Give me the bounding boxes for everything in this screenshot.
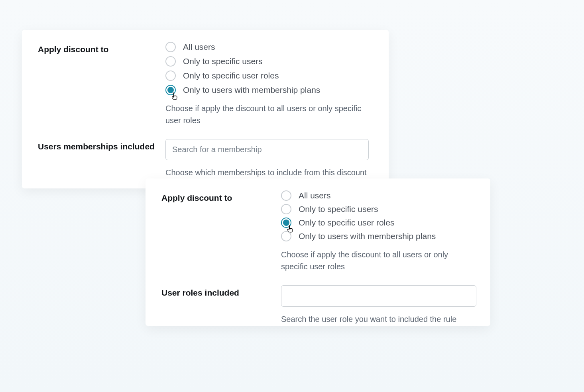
radio-option-specific-user-roles[interactable]: Only to specific user roles [281,218,474,228]
discount-settings-panel-membership: Apply discount to All users Only to spec… [22,30,389,188]
user-roles-included-label: User roles included [161,285,281,298]
radio-option-all-users[interactable]: All users [165,42,373,52]
user-roles-included-help: Search the user role you want to include… [281,313,476,325]
memberships-included-row: Users memberships included Choose which … [38,139,373,178]
memberships-included-field: Choose which memberships to include from… [165,139,373,178]
radio-label: Only to specific user roles [183,71,279,80]
apply-discount-help: Choose if apply the discount to all user… [281,249,474,272]
radio-label: Only to specific users [299,204,378,214]
radio-icon [281,190,291,201]
radio-icon [165,56,176,67]
radio-label: Only to users with membership plans [183,85,320,95]
radio-option-specific-users[interactable]: Only to specific users [281,204,474,214]
apply-discount-label: Apply discount to [161,190,281,204]
apply-discount-radio-group: All users Only to specific users Only to… [165,42,373,95]
radio-option-specific-users[interactable]: Only to specific users [165,56,373,67]
radio-icon [281,218,291,228]
apply-discount-field: All users Only to specific users Only to… [281,190,474,272]
apply-discount-row: Apply discount to All users Only to spec… [161,190,474,272]
memberships-included-label: Users memberships included [38,139,165,152]
radio-label: All users [299,191,331,200]
apply-discount-help: Choose if apply the discount to all user… [165,102,373,126]
membership-search-input[interactable] [165,139,369,160]
radio-option-membership-plans[interactable]: Only to users with membership plans [281,231,474,241]
radio-label: Only to specific user roles [299,218,394,227]
radio-icon [165,71,176,81]
radio-label: Only to users with membership plans [299,231,436,241]
radio-icon [165,42,176,52]
radio-option-all-users[interactable]: All users [281,190,474,201]
memberships-included-help: Choose which memberships to include from… [165,167,373,178]
radio-label: All users [183,42,215,52]
radio-icon [165,85,176,95]
apply-discount-label: Apply discount to [38,42,165,55]
user-roles-included-field: Search the user role you want to include… [281,285,476,325]
apply-discount-field: All users Only to specific users Only to… [165,42,373,126]
radio-label: Only to specific users [183,57,263,66]
radio-option-specific-user-roles[interactable]: Only to specific user roles [165,71,373,81]
radio-option-membership-plans[interactable]: Only to users with membership plans [165,85,373,95]
radio-icon [281,204,291,214]
user-roles-search-input[interactable] [281,285,476,307]
discount-settings-panel-roles: Apply discount to All users Only to spec… [146,178,490,326]
radio-icon [281,231,291,241]
apply-discount-row: Apply discount to All users Only to spec… [38,42,373,126]
user-roles-included-row: User roles included Search the user role… [161,285,474,325]
apply-discount-radio-group: All users Only to specific users Only to… [281,190,474,241]
